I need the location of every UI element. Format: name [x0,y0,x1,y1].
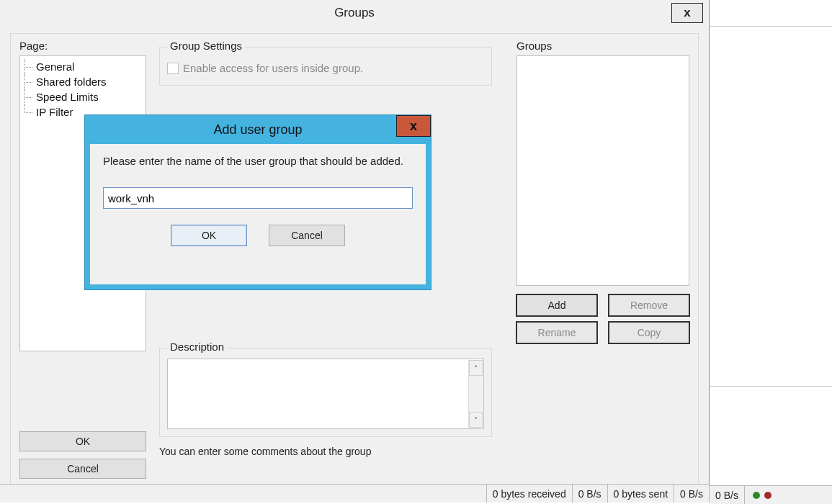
description-textarea[interactable]: ˄ ˅ [167,359,484,429]
copy-group-button[interactable]: Copy [609,322,689,343]
chevron-up-icon: ˄ [474,364,478,372]
titlebar: Groups x [0,0,709,26]
groups-label: Groups [516,40,552,52]
checkbox-box-icon [167,63,179,74]
cancel-button[interactable]: Cancel [19,459,146,479]
close-icon: x [684,6,690,20]
close-icon: x [410,119,417,134]
window-title: Groups [334,6,375,20]
tree-item-shared-folders[interactable]: Shared folders [24,74,141,89]
description-hint: You can enter some comments about the gr… [159,446,371,457]
rename-group-button[interactable]: Rename [516,322,597,343]
status-rate-right: 0 B/s [710,486,744,504]
tree-item-speed-limits[interactable]: Speed Limits [24,89,141,104]
scroll-down-button[interactable]: ˅ [469,412,483,428]
dialog-cancel-button[interactable]: Cancel [269,225,345,246]
status-indicators [744,486,779,504]
status-bytes-received: 0 bytes received [486,485,572,503]
dialog-body: Please enter the name of the user group … [90,144,426,256]
group-name-input[interactable] [103,187,413,209]
page-label: Page: [19,40,48,52]
status-dot-green-icon [753,492,760,499]
description-fieldset: Description ˄ ˅ [159,348,492,437]
divider [710,26,832,27]
tree-item-general[interactable]: General [24,59,141,74]
groups-listbox[interactable] [516,55,689,286]
enable-access-label: Enable access for users inside group. [183,62,363,74]
dialog-buttons: OK Cancel [103,225,413,246]
dialog-title: Add user group [213,122,302,138]
dialog-prompt: Please enter the name of the user group … [103,154,413,168]
status-rate-recv: 0 B/s [572,485,607,503]
dialog-titlebar: Add user group x [85,115,431,144]
dialog-close-button[interactable]: x [396,115,431,137]
statusbar-right: 0 B/s [710,485,832,504]
right-panel: 0 B/s [710,0,832,504]
close-button[interactable]: x [671,3,703,23]
status-bytes-sent: 0 bytes sent [607,485,674,503]
ok-button[interactable]: OK [19,431,146,451]
add-group-button[interactable]: Add [516,294,597,316]
group-settings-legend: Group Settings [167,40,245,52]
dialog-ok-button[interactable]: OK [171,225,247,246]
enable-access-checkbox[interactable]: Enable access for users inside group. [167,62,363,74]
chevron-down-icon: ˅ [474,416,478,424]
status-rate-sent: 0 B/s [674,485,709,503]
group-settings-fieldset: Group Settings Enable access for users i… [159,47,492,86]
divider [710,386,832,387]
scrollbar[interactable]: ˄ ˅ [468,360,483,428]
statusbar-left: 0 bytes received 0 B/s 0 bytes sent 0 B/… [0,484,710,503]
description-legend: Description [167,341,227,353]
status-dot-red-icon [764,492,771,499]
remove-group-button[interactable]: Remove [609,294,689,316]
add-user-group-dialog: Add user group x Please enter the name o… [85,115,431,289]
scroll-up-button[interactable]: ˄ [469,360,483,376]
